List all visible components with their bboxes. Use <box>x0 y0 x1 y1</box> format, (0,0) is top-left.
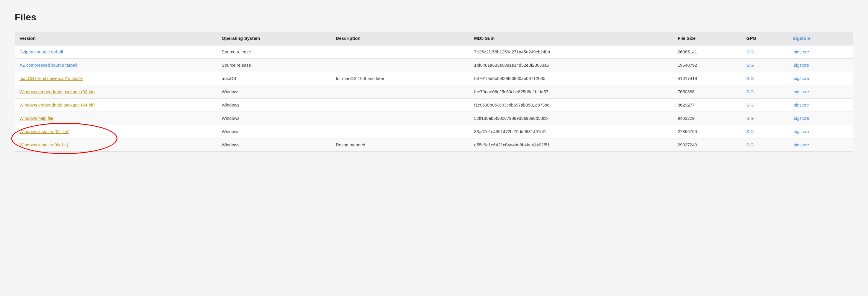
cell-os: Windows <box>217 85 331 98</box>
cell-filesize: 9403229 <box>673 112 742 125</box>
cell-md5: 7e25e2f158b1259e271a45a249cb24bb <box>469 45 673 59</box>
cell-sigstore[interactable]: .sigstore <box>788 45 853 59</box>
cell-os: Windows <box>217 139 331 152</box>
col-header-sigstore: Sigstore <box>788 32 853 45</box>
version-link[interactable]: Gzipped source tarball <box>20 50 63 54</box>
cell-description <box>331 125 469 139</box>
cell-version[interactable]: Windows embeddable package (64-bit) <box>15 98 217 112</box>
cell-md5: a55e9c1e6421c84a4bd8b4be41492f51 <box>469 139 673 152</box>
cell-md5: 83a67e1c4f6f1472bf75dd9681491bf1 <box>469 125 673 139</box>
cell-md5: fee70dae06c25c60cbe825d6a1bfda57 <box>469 85 673 98</box>
page-title: Files <box>15 12 853 23</box>
sigstore-link[interactable]: .sigstore <box>793 50 809 54</box>
cell-os: macOS <box>217 72 331 85</box>
table-header-row: Version Operating System Description MD5… <box>15 32 853 45</box>
sigstore-link[interactable]: .sigstore <box>793 63 809 67</box>
gpg-link[interactable]: SIG <box>746 143 754 147</box>
table-row: XZ compressed source tarballSource relea… <box>15 59 853 72</box>
version-link[interactable]: Windows help file <box>20 116 53 121</box>
cell-description <box>331 85 469 98</box>
cell-os: Windows <box>217 112 331 125</box>
version-link[interactable]: Windows installer (64-bit) <box>20 143 68 147</box>
cell-description <box>331 59 469 72</box>
version-link[interactable]: macOS 64-bit universal2 installer <box>20 76 83 81</box>
cell-version[interactable]: Gzipped source tarball <box>15 45 217 59</box>
sigstore-link[interactable]: .sigstore <box>793 129 809 134</box>
gpg-link[interactable]: SIG <box>746 50 754 54</box>
cell-gpg[interactable]: SIG <box>742 72 788 85</box>
cell-os: Source release <box>217 45 331 59</box>
cell-sigstore[interactable]: .sigstore <box>788 85 853 98</box>
gpg-link[interactable]: SIG <box>746 103 754 108</box>
cell-gpg[interactable]: SIG <box>742 85 788 98</box>
cell-md5: 1bf8481a683e0881e14d52e0f23633a6 <box>469 59 673 72</box>
cell-md5: f1c0538b060e03cbb697ab3581cb73bc <box>469 98 673 112</box>
table-row: Windows installer (64-bit)WindowsRecomme… <box>15 139 853 152</box>
cell-gpg[interactable]: SIG <box>742 125 788 139</box>
cell-gpg[interactable]: SIG <box>742 98 788 112</box>
cell-description <box>331 45 469 59</box>
files-table-wrapper: Version Operating System Description MD5… <box>15 32 853 152</box>
cell-md5: 52ff1d6ab5f300679889d3a93a8d50bb <box>469 112 673 125</box>
cell-description <box>331 98 469 112</box>
version-link[interactable]: Windows installer (32 -bit) <box>20 129 69 134</box>
cell-gpg[interactable]: SIG <box>742 59 788 72</box>
cell-version[interactable]: macOS 64-bit universal2 installer <box>15 72 217 85</box>
col-header-os: Operating System <box>217 32 331 45</box>
cell-sigstore[interactable]: .sigstore <box>788 72 853 85</box>
cell-os: Windows <box>217 98 331 112</box>
col-header-version: Version <box>15 32 217 45</box>
sigstore-link[interactable]: .sigstore <box>793 89 809 94</box>
col-header-filesize: File Size <box>673 32 742 45</box>
cell-description: Recommended <box>331 139 469 152</box>
gpg-link[interactable]: SIG <box>746 63 754 67</box>
cell-os: Source release <box>217 59 331 72</box>
cell-version[interactable]: Windows installer (32 -bit) <box>15 125 217 139</box>
gpg-link[interactable]: SIG <box>746 129 754 134</box>
table-row: macOS 64-bit universal2 installermacOSfo… <box>15 72 853 85</box>
cell-version[interactable]: XZ compressed source tarball <box>15 59 217 72</box>
cell-gpg[interactable]: SIG <box>742 45 788 59</box>
cell-filesize: 26085141 <box>673 45 742 59</box>
version-link[interactable]: XZ compressed source tarball <box>20 63 77 67</box>
files-table: Version Operating System Description MD5… <box>15 32 853 152</box>
sigstore-link[interactable]: .sigstore <box>793 116 809 121</box>
col-header-gpg: GPG <box>742 32 788 45</box>
cell-description <box>331 112 469 125</box>
gpg-link[interactable]: SIG <box>746 116 754 121</box>
cell-version[interactable]: Windows installer (64-bit) <box>15 139 217 152</box>
col-header-description: Description <box>331 32 469 45</box>
col-header-md5: MD5 Sum <box>469 32 673 45</box>
cell-sigstore[interactable]: .sigstore <box>788 59 853 72</box>
cell-sigstore[interactable]: .sigstore <box>788 125 853 139</box>
cell-filesize: 29037240 <box>673 139 742 152</box>
gpg-link[interactable]: SIG <box>746 89 754 94</box>
sigstore-link[interactable]: .sigstore <box>793 76 809 81</box>
cell-filesize: 27865760 <box>673 125 742 139</box>
version-link[interactable]: Windows embeddable package (32-bit) <box>20 89 95 94</box>
table-row: Gzipped source tarballSource release7e25… <box>15 45 853 59</box>
gpg-link[interactable]: SIG <box>746 76 754 81</box>
cell-sigstore[interactable]: .sigstore <box>788 112 853 125</box>
version-link[interactable]: Windows embeddable package (64-bit) <box>20 103 95 108</box>
table-row: Windows embeddable package (64-bit)Windo… <box>15 98 853 112</box>
cell-sigstore[interactable]: .sigstore <box>788 139 853 152</box>
cell-description: for macOS 10.9 and later <box>331 72 469 85</box>
cell-gpg[interactable]: SIG <box>742 112 788 125</box>
table-row: Windows embeddable package (32-bit)Windo… <box>15 85 853 98</box>
sigstore-link[interactable]: .sigstore <box>793 103 809 108</box>
cell-filesize: 19640792 <box>673 59 742 72</box>
cell-version[interactable]: Windows help file <box>15 112 217 125</box>
cell-gpg[interactable]: SIG <box>742 139 788 152</box>
table-row: Windows help fileWindows52ff1d6ab5f30067… <box>15 112 853 125</box>
cell-md5: f5f791f8e8bfb829f23860ab08712005 <box>469 72 673 85</box>
cell-filesize: 8629277 <box>673 98 742 112</box>
cell-os: Windows <box>217 125 331 139</box>
cell-filesize: 41017419 <box>673 72 742 85</box>
sigstore-link[interactable]: .sigstore <box>793 143 809 147</box>
cell-sigstore[interactable]: .sigstore <box>788 98 853 112</box>
table-row: Windows installer (32 -bit)Windows83a67e… <box>15 125 853 139</box>
cell-version[interactable]: Windows embeddable package (32-bit) <box>15 85 217 98</box>
cell-filesize: 7650388 <box>673 85 742 98</box>
